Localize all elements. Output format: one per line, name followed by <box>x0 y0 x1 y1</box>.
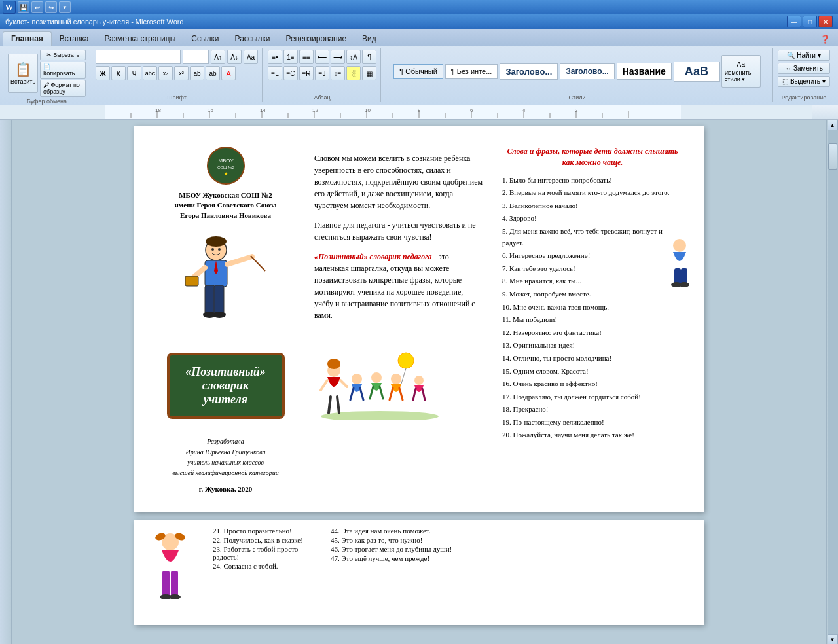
kids-illustration <box>314 341 445 420</box>
editing-buttons: 🔍 Найти ▾ ↔ Заменить ⬚ Выделить ▾ <box>778 50 830 93</box>
svg-rect-78 <box>171 571 178 597</box>
style-heading2[interactable]: Заголово... <box>560 63 614 79</box>
borders-button[interactable]: ▦ <box>362 66 376 80</box>
highlight-button[interactable]: ab <box>206 66 220 80</box>
font-name-input[interactable]: Times New Roman <box>96 50 181 64</box>
tab-mailings[interactable]: Рассылки <box>227 32 278 46</box>
app-icon: W <box>3 1 16 14</box>
select-button[interactable]: ⬚ Выделить ▾ <box>778 76 830 87</box>
align-right-button[interactable]: ≡R <box>299 66 314 80</box>
superscript-button[interactable]: x² <box>174 66 189 80</box>
titlebar: буклет- позитивный словарь учителя - Mic… <box>0 14 838 29</box>
multilevel-button[interactable]: ≡≡ <box>299 50 314 64</box>
save-button[interactable]: 💾 <box>18 1 29 13</box>
grow-font-button[interactable]: A↑ <box>211 50 225 64</box>
clipboard-buttons: 📋 Вставить ✂ Вырезать 📄 Копировать 🖌 Фор… <box>8 50 86 97</box>
italic-button[interactable]: К <box>111 66 126 80</box>
replace-button[interactable]: ↔ Заменить <box>778 63 830 74</box>
copy-button[interactable]: 📄 Копировать <box>40 62 86 79</box>
find-button[interactable]: 🔍 Найти ▾ <box>778 50 830 61</box>
shrink-font-button[interactable]: A↓ <box>227 50 242 64</box>
show-marks-button[interactable]: ¶ <box>362 50 376 64</box>
tab-insert[interactable]: Вставка <box>52 32 97 46</box>
strikethrough-button[interactable]: abc <box>143 66 157 80</box>
sort-button[interactable]: ↕A <box>346 50 361 64</box>
style-aa[interactable]: АаВ <box>674 62 720 82</box>
numbering-button[interactable]: 1≡ <box>283 50 298 64</box>
phrase-12: 12. Невероятно: это фантастика! <box>502 327 683 339</box>
scroll-down-button[interactable]: ▼ <box>828 634 838 644</box>
phrase-45: 45. Это как раз то, что нужно! <box>331 536 501 544</box>
paste-icon: 📋 <box>15 62 31 77</box>
tab-page-layout[interactable]: Разметка страницы <box>96 32 183 46</box>
help-button[interactable]: ❓ <box>815 33 835 46</box>
scroll-up-button[interactable]: ▲ <box>828 120 838 130</box>
font-size-input[interactable]: 14 <box>183 50 209 64</box>
scrollbar[interactable]: ▲ ▼ <box>826 120 838 644</box>
align-center-button[interactable]: ≡C <box>283 66 298 80</box>
col-right-title: Слова и фразы, которые дети должны слыша… <box>502 146 683 168</box>
decrease-indent-button[interactable]: ⟵ <box>315 50 329 64</box>
phrase-46: 46. Это трогает меня до глубины души! <box>331 545 501 553</box>
phrase-22: 22. Получилось, как в сказке! <box>213 536 318 544</box>
svg-point-36 <box>206 236 227 247</box>
style-no-spacing[interactable]: ¶ Без инте... <box>445 64 498 79</box>
middle-para2: Главное для педагога - учиться чувствова… <box>314 219 484 243</box>
phrase-5: 5. Для меня важно всё, что тебя тревожит… <box>502 226 683 249</box>
redo-button[interactable]: ↪ <box>45 1 57 13</box>
undo-button[interactable]: ↩ <box>31 1 43 13</box>
scroll-thumb[interactable] <box>828 143 837 170</box>
change-styles-button[interactable]: Аа Изменить стили ▾ <box>721 55 761 88</box>
font-label: Шрифт <box>167 94 187 101</box>
align-left-button[interactable]: ≡L <box>268 66 282 80</box>
phrase-18: 18. Прекрасно! <box>502 404 683 416</box>
style-title[interactable]: Название <box>617 63 672 80</box>
increase-indent-button[interactable]: ⟶ <box>331 50 345 64</box>
font-controls: Times New Roman 14 A↑ A↓ Aa Ж К Ч abc x₂… <box>96 50 258 93</box>
style-normal[interactable]: ¶ Обычный <box>393 64 443 79</box>
phrase-16: 16. Очень красиво и эффектно! <box>502 378 683 390</box>
phrase-9: 9. Может, попробуем вместе. <box>502 289 683 300</box>
close-button[interactable]: ✕ <box>818 16 833 27</box>
bold-button[interactable]: Ж <box>96 66 110 80</box>
middle-para3: «Позитивный» словарик педагога - это мал… <box>314 251 484 321</box>
font-group: Times New Roman 14 A↑ A↓ Aa Ж К Ч abc x₂… <box>92 48 263 102</box>
svg-text:8: 8 <box>418 107 421 113</box>
maximize-button[interactable]: □ <box>803 16 817 27</box>
paste-button[interactable]: 📋 Вставить <box>8 54 38 93</box>
teacher-figure <box>180 232 272 349</box>
svg-point-73 <box>679 282 689 287</box>
font-color-button[interactable]: A <box>221 66 236 80</box>
author-info: Разработала Ирина Юрьевна Грищенкова учи… <box>172 430 278 478</box>
text-effects-button[interactable]: ab <box>190 66 204 80</box>
tab-review[interactable]: Рецензирование <box>278 32 354 46</box>
style-heading1[interactable]: Заголово... <box>500 63 558 80</box>
clear-format-button[interactable]: Aa <box>244 50 258 64</box>
line-spacing-button[interactable]: ↕≡ <box>331 66 345 80</box>
tab-home[interactable]: Главная <box>3 31 52 46</box>
customize-qat-button[interactable]: ▼ <box>59 1 71 13</box>
cut-button[interactable]: ✂ Вырезать <box>40 50 86 60</box>
minimize-button[interactable]: — <box>787 16 801 27</box>
justify-button[interactable]: ≡J <box>315 66 329 80</box>
ruler-marks: 18 16 14 12 10 8 6 4 2 <box>0 105 812 120</box>
underline-button[interactable]: Ч <box>127 66 141 80</box>
tab-view[interactable]: Вид <box>354 32 384 46</box>
styles-buttons: ¶ Обычный ¶ Без инте... Заголово... Заго… <box>393 50 761 93</box>
pozitivny-link: «Позитивный» словарик педагога <box>314 252 432 261</box>
svg-text:СОШ №2: СОШ №2 <box>217 166 234 170</box>
tab-references[interactable]: Ссылки <box>183 32 227 46</box>
document-scroll-area[interactable]: МБОУ СОШ №2 ★ МБОУ Жуковская СОШ №2 имен… <box>12 120 826 644</box>
svg-line-53 <box>329 397 331 413</box>
subscript-button[interactable]: x₂ <box>158 66 173 80</box>
format-painter-button[interactable]: 🖌 Формат по образцу <box>40 80 86 97</box>
shading-button[interactable]: ░ <box>346 66 361 80</box>
phrase-14: 14. Отлично, ты просто молодчина! <box>502 353 683 365</box>
phrase-list-1: 1. Было бы интересно попробовать! 2. Впе… <box>502 175 683 441</box>
phrase-8: 8. Мне нравится, как ты... <box>502 276 683 287</box>
styles-label: Стили <box>569 94 586 101</box>
bullets-button[interactable]: ≡• <box>268 50 282 64</box>
phrase-24: 24. Согласна с тобой. <box>213 562 318 570</box>
scroll-track[interactable] <box>828 130 838 634</box>
page-1: МБОУ СОШ №2 ★ МБОУ Жуковская СОШ №2 имен… <box>134 126 704 512</box>
